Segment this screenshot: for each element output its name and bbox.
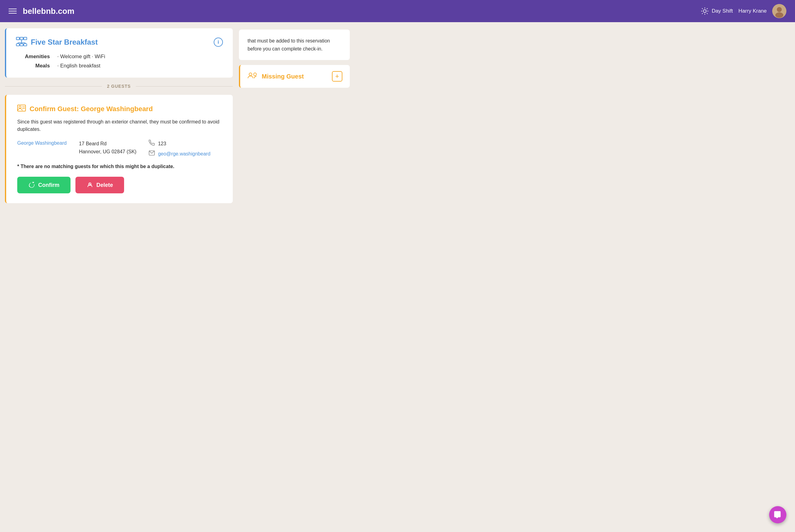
svg-point-32 [254, 73, 257, 76]
notice-card: that must be added to this reservation b… [239, 30, 350, 60]
svg-rect-21 [20, 44, 23, 46]
guest-contact: 123 geo@rge.washignbeard [149, 140, 210, 157]
svg-rect-12 [16, 37, 19, 40]
amenities-value: · Welcome gift · WiFi [57, 54, 105, 60]
svg-line-6 [707, 13, 707, 14]
guest-confirm-card: Confirm Guest: George Washingbeard Since… [5, 95, 233, 203]
missing-guest-label: Missing Guest [262, 73, 328, 80]
chat-bubble[interactable] [769, 506, 787, 524]
avatar [772, 4, 787, 18]
user-name: Harry Krane [738, 8, 767, 14]
amenities-row: Amenities · Welcome gift · WiFi [22, 54, 223, 60]
svg-rect-20 [16, 44, 19, 46]
info-icon[interactable]: i [214, 38, 223, 47]
phone-row: 123 [149, 140, 210, 148]
svg-point-24 [19, 106, 21, 108]
missing-guest-icon [248, 72, 258, 81]
svg-line-5 [702, 8, 703, 9]
package-title-row: Five Star Breakfast i [16, 37, 223, 48]
guest-card-icon [17, 105, 26, 113]
email-icon [149, 151, 155, 157]
guests-section-divider: 2 GUESTS [5, 82, 233, 90]
svg-line-30 [89, 184, 91, 185]
guest-name-link[interactable]: George Washingbeard [17, 140, 67, 147]
package-hierarchy-icon [16, 37, 27, 48]
guest-info-grid: George Washingbeard 17 Beard Rd Hannover… [17, 140, 222, 157]
action-buttons: Confirm Delete [17, 177, 222, 193]
no-duplicate-message: * There are no matching guests for which… [17, 164, 222, 169]
svg-rect-23 [18, 105, 25, 111]
address-line2: Hannover, UG 02847 (SK) [79, 148, 136, 156]
header-right: Day Shift Harry Krane [700, 4, 787, 18]
guest-card-description: Since this guest was registered through … [17, 118, 222, 133]
svg-rect-14 [24, 37, 27, 40]
email-link[interactable]: geo@rge.washignbeard [158, 151, 210, 157]
package-title-inner: Five Star Breakfast [16, 37, 98, 48]
shift-section: Day Shift [700, 7, 733, 15]
sun-icon [700, 7, 709, 15]
right-column: that must be added to this reservation b… [239, 28, 350, 203]
phone-value: 123 [158, 141, 166, 147]
svg-point-0 [703, 10, 706, 12]
svg-point-10 [777, 7, 782, 12]
guest-card-title: Confirm Guest: George Washingbeard [30, 105, 153, 113]
package-details: Amenities · Welcome gift · WiFi Meals · … [16, 54, 223, 69]
guest-address: 17 Beard Rd Hannover, UG 02847 (SK) [79, 140, 136, 155]
phone-icon [149, 140, 155, 148]
shift-label: Day Shift [712, 8, 733, 14]
main-layout: Five Star Breakfast i Amenities · Welcom… [0, 22, 431, 209]
svg-line-8 [707, 8, 707, 9]
confirm-button[interactable]: Confirm [17, 177, 71, 193]
delete-button[interactable]: Delete [75, 177, 124, 193]
package-title: Five Star Breakfast [31, 38, 98, 46]
svg-rect-22 [24, 44, 27, 46]
svg-rect-13 [20, 37, 23, 40]
meals-label: Meals [22, 63, 50, 69]
address-line1: 17 Beard Rd [79, 140, 136, 148]
svg-line-7 [702, 13, 703, 14]
notice-text: that must be added to this reservation b… [248, 38, 330, 52]
amenities-label: Amenities [22, 54, 50, 60]
header: bellebnb.com Day Shift Harry Krane [0, 0, 795, 22]
brand-name: bellebnb.com [23, 6, 700, 16]
missing-guest-card: Missing Guest + [239, 65, 350, 88]
meals-value: · English breakfast [57, 63, 100, 69]
svg-point-31 [249, 73, 252, 76]
guest-card-title-row: Confirm Guest: George Washingbeard [17, 105, 222, 113]
svg-point-11 [775, 12, 783, 18]
guests-count-label: 2 GUESTS [107, 84, 131, 89]
left-column: Five Star Breakfast i Amenities · Welcom… [5, 28, 233, 203]
email-row: geo@rge.washignbeard [149, 151, 210, 157]
add-guest-button[interactable]: + [332, 71, 342, 81]
meals-row: Meals · English breakfast [22, 63, 223, 69]
package-card: Five Star Breakfast i Amenities · Welcom… [5, 28, 233, 78]
hamburger-menu[interactable] [8, 8, 17, 14]
